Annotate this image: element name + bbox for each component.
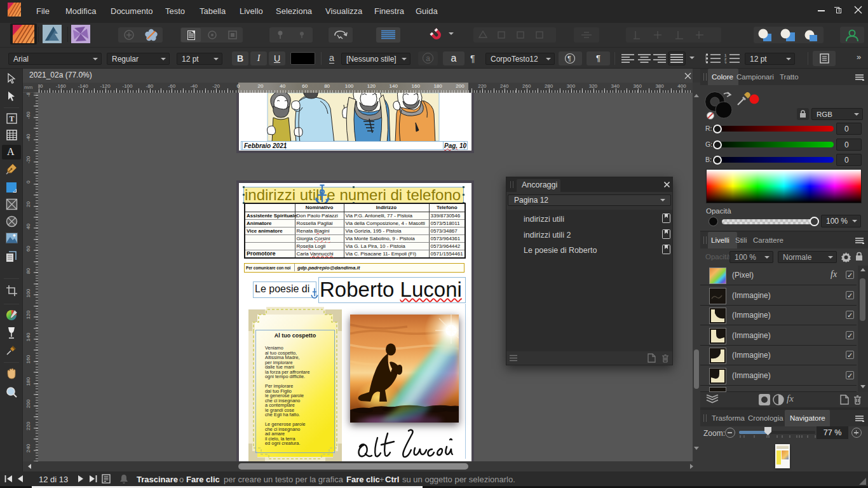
svg-text:¶: ¶ [567,55,571,62]
svg-text:3: 3 [724,61,727,64]
svg-text:T: T [10,114,15,123]
